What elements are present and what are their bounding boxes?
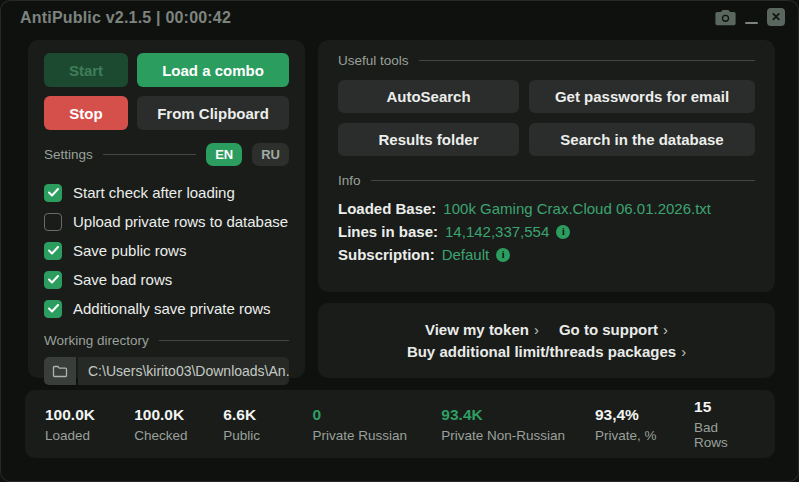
checkbox-icon (44, 213, 62, 231)
useful-tools-header: Useful tools (338, 53, 755, 68)
checkbox-upload-private-rows[interactable]: Upload private rows to database (44, 207, 289, 236)
autosearch-button[interactable]: AutoSearch (338, 80, 519, 113)
stat-bad-rows: 15 Bad Rows (694, 398, 755, 450)
settings-checkboxes: Start check after loading Upload private… (44, 178, 289, 323)
info-icon[interactable]: i (496, 248, 510, 262)
info-icon[interactable]: i (556, 225, 570, 239)
stop-button[interactable]: Stop (44, 96, 128, 130)
stat-loaded: 100.0K Loaded (45, 406, 134, 443)
language-ru-toggle[interactable]: RU (252, 143, 289, 166)
links-line-2: Buy additional limit/threads packages › (407, 343, 686, 360)
browse-folder-button[interactable] (44, 357, 76, 385)
checkbox-icon (44, 271, 62, 289)
checkbox-save-bad-rows[interactable]: Save bad rows (44, 265, 289, 294)
tools-buttons: AutoSearch Get passwords for email Resul… (338, 80, 755, 156)
loaded-base-row: Loaded Base: 100k Gaming Crax.Cloud 06.0… (338, 197, 755, 220)
chevron-right-icon: › (534, 321, 539, 338)
info-rows: Loaded Base: 100k Gaming Crax.Cloud 06.0… (338, 197, 755, 266)
get-passwords-button[interactable]: Get passwords for email (529, 80, 755, 113)
links-panel: View my token › Go to support › Buy addi… (318, 303, 775, 378)
checkbox-icon (44, 242, 62, 260)
info-label: Info (338, 173, 361, 188)
lines-in-base-row: Lines in base: 14,142,337,554 i (338, 220, 755, 243)
go-to-support-link[interactable]: Go to support › (559, 321, 668, 338)
start-button[interactable]: Start (44, 53, 128, 87)
checkbox-icon (44, 184, 62, 202)
divider (371, 180, 755, 181)
stat-checked: 100.0K Checked (134, 406, 223, 443)
stats-bar: 100.0K Loaded 100.0K Checked 6.6K Public… (25, 390, 775, 458)
checkbox-icon (44, 300, 62, 318)
checkbox-save-public-rows[interactable]: Save public rows (44, 236, 289, 265)
stat-public: 6.6K Public (223, 406, 312, 443)
folder-icon (52, 365, 68, 378)
from-clipboard-button[interactable]: From Clipboard (137, 96, 289, 130)
control-panel: Start Load a combo Stop From Clipboard S… (28, 40, 305, 378)
useful-tools-label: Useful tools (338, 53, 409, 68)
divider (419, 60, 755, 61)
title-bar: AntiPublic v2.1.5 | 00:00:42 ✕ (0, 0, 799, 36)
subscription-row: Subscription: Default i (338, 243, 755, 266)
divider (159, 340, 289, 341)
working-directory-header: Working directory (44, 333, 289, 348)
settings-label: Settings (44, 147, 93, 162)
language-en-toggle[interactable]: EN (206, 143, 242, 166)
working-directory-label: Working directory (44, 333, 149, 348)
checkbox-start-check-after-loading[interactable]: Start check after loading (44, 178, 289, 207)
search-database-button[interactable]: Search in the database (529, 123, 755, 156)
stat-private-non-russian: 93.4K Private Non-Russian (441, 406, 595, 443)
screenshot-camera-icon[interactable] (715, 9, 736, 26)
window-title: AntiPublic v2.1.5 | 00:00:42 (20, 9, 231, 27)
checkbox-save-private-rows[interactable]: Additionally save private rows (44, 294, 289, 323)
chevron-right-icon: › (681, 343, 686, 360)
stat-private-russian: 0 Private Russian (313, 406, 442, 443)
divider (103, 154, 196, 155)
links-line-1: View my token › Go to support › (425, 321, 668, 338)
minimize-button[interactable] (745, 8, 758, 26)
chevron-right-icon: › (663, 321, 668, 338)
results-folder-button[interactable]: Results folder (338, 123, 519, 156)
buy-packages-link[interactable]: Buy additional limit/threads packages › (407, 343, 686, 360)
close-button[interactable]: ✕ (767, 8, 785, 26)
working-directory-path[interactable]: C:\Users\kirito03\Downloads\An... (78, 357, 289, 385)
window-controls: ✕ (715, 7, 785, 27)
stat-private-percent: 93,4% Private, % (595, 406, 694, 443)
view-token-link[interactable]: View my token › (425, 321, 539, 338)
working-directory-control: C:\Users\kirito03\Downloads\An... (44, 357, 289, 385)
info-header: Info (338, 173, 755, 188)
tools-info-panel: Useful tools AutoSearch Get passwords fo… (318, 40, 775, 292)
settings-header: Settings EN RU (44, 143, 289, 166)
load-combo-button[interactable]: Load a combo (137, 53, 289, 87)
app-window: AntiPublic v2.1.5 | 00:00:42 ✕ Start Loa… (0, 0, 799, 482)
